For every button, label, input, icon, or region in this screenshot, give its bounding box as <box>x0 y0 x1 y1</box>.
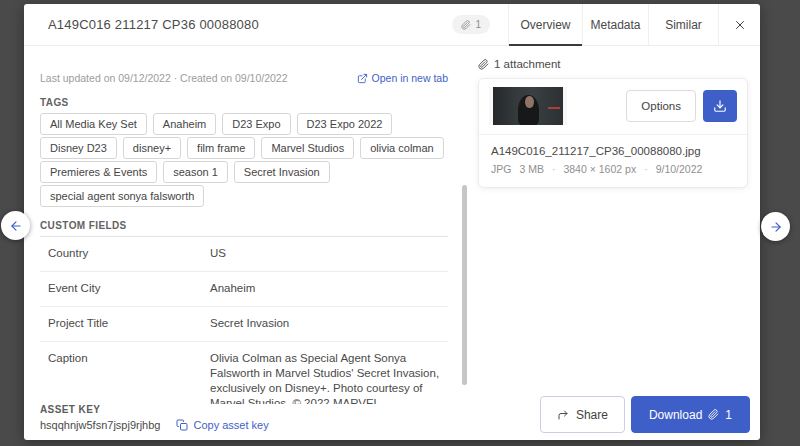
modal-body: Last updated on 09/12/2022 · Created on … <box>24 46 760 440</box>
updated-created-text: Last updated on 09/12/2022 · Created on … <box>40 72 288 84</box>
arrow-left-icon <box>9 219 23 233</box>
page-title: A149C016 211217 CP36 00088080 <box>48 17 259 32</box>
tag-pill[interactable]: disney+ <box>123 137 181 159</box>
film-frame-image <box>493 87 563 125</box>
file-dimensions-label: 3840 × 1602 px <box>563 163 636 175</box>
asset-key-heading: ASSET KEY <box>40 404 446 415</box>
open-in-new-tab-label: Open in new tab <box>372 72 448 84</box>
tag-pill[interactable]: film frame <box>187 137 255 159</box>
share-button-label: Share <box>576 408 608 422</box>
meta-separator: · <box>552 163 556 175</box>
attachment-download-button[interactable] <box>703 90 737 122</box>
tab-overview-label: Overview <box>520 18 570 32</box>
attachment-file-meta: JPG 3 MB · 3840 × 1602 px · 9/10/2022 <box>489 163 737 177</box>
copy-asset-key-label: Copy asset key <box>193 419 268 431</box>
tag-pill[interactable]: Premieres & Events <box>40 161 157 183</box>
attachment-count-label: 1 <box>475 19 481 30</box>
tag-pill[interactable]: All Media Key Set <box>40 113 147 135</box>
paperclip-icon <box>708 409 719 420</box>
left-pane: Last updated on 09/12/2022 · Created on … <box>24 46 462 440</box>
field-row-event-city: Event City Anaheim <box>40 272 448 307</box>
tab-similar-label: Similar <box>665 18 702 32</box>
custom-fields-heading: CUSTOM FIELDS <box>40 220 448 237</box>
field-value[interactable]: US <box>210 246 444 261</box>
tag-pill[interactable]: Anaheim <box>153 113 216 135</box>
tag-pill[interactable]: olivia colman <box>360 137 444 159</box>
options-button[interactable]: Options <box>626 90 696 122</box>
left-pane-scrollbar[interactable] <box>462 185 467 385</box>
tag-pill[interactable]: D23 Expo <box>222 113 290 135</box>
field-value[interactable]: Secret Invasion <box>210 316 444 331</box>
right-pane: 1 attachment Options <box>462 46 760 440</box>
paperclip-icon <box>478 59 489 70</box>
attachment-count-badge: 1 <box>452 15 490 34</box>
field-label: Caption <box>48 351 210 404</box>
attachment-thumbnail[interactable] <box>489 87 567 125</box>
card-divider <box>479 134 747 135</box>
title-wrap: A149C016 211217 CP36 00088080 <box>24 4 452 45</box>
tag-pill[interactable]: Disney D23 <box>40 137 117 159</box>
tab-similar[interactable]: Similar <box>648 4 718 45</box>
download-count-label: 1 <box>725 408 732 422</box>
tag-pill[interactable]: D23 Expo 2022 <box>297 113 393 135</box>
asset-key-value: hsqqhnjw5fsn7jspj9rjhbg <box>40 419 160 431</box>
attachment-card: Options A149C016_211217_CP36_00088080.jp… <box>478 78 748 188</box>
copy-asset-key-button[interactable]: Copy asset key <box>176 419 268 431</box>
download-icon <box>713 99 727 113</box>
previous-asset-button[interactable] <box>1 211 30 240</box>
asset-detail-modal: A149C016 211217 CP36 00088080 1 Overview… <box>24 4 760 440</box>
tag-pill[interactable]: season 1 <box>163 161 228 183</box>
attachment-filename: A149C016_211217_CP36_00088080.jpg <box>489 145 737 157</box>
close-icon <box>734 19 746 31</box>
file-size-label: 3 MB <box>519 163 544 175</box>
field-label: Project Title <box>48 316 210 331</box>
close-button[interactable] <box>718 4 760 45</box>
download-button-label: Download <box>649 408 702 422</box>
footer-actions: Share Download 1 <box>540 396 750 433</box>
tags-list: All Media Key Set Anaheim D23 Expo D23 E… <box>40 113 448 207</box>
modal-header: A149C016 211217 CP36 00088080 1 Overview… <box>24 4 760 46</box>
file-type-label: JPG <box>491 163 511 175</box>
copy-icon <box>176 419 188 431</box>
details-scroll-area: Last updated on 09/12/2022 · Created on … <box>24 46 462 404</box>
asset-key-section: ASSET KEY hsqqhnjw5fsn7jspj9rjhbg Copy a… <box>24 404 462 440</box>
field-label: Country <box>48 246 210 261</box>
tag-pill[interactable]: Secret Invasion <box>234 161 330 183</box>
external-link-icon <box>357 73 368 84</box>
tag-pill[interactable]: special agent sonya falsworth <box>40 185 204 207</box>
field-value[interactable]: Olivia Colman as Special Agent Sonya Fal… <box>210 351 444 404</box>
attachments-count-label: 1 attachment <box>494 58 560 70</box>
attachments-header: 1 attachment <box>478 58 748 70</box>
next-asset-button[interactable] <box>761 212 790 241</box>
open-in-new-tab-link[interactable]: Open in new tab <box>357 72 448 84</box>
tab-overview[interactable]: Overview <box>508 4 582 45</box>
field-row-country: Country US <box>40 237 448 272</box>
arrow-right-icon <box>769 220 783 234</box>
field-row-caption: Caption Olivia Colman as Special Agent S… <box>40 342 448 404</box>
tag-pill[interactable]: Marvel Studios <box>261 137 354 159</box>
meta-separator: · <box>644 163 648 175</box>
share-button[interactable]: Share <box>540 396 625 433</box>
field-value[interactable]: Anaheim <box>210 281 444 296</box>
tab-metadata[interactable]: Metadata <box>582 4 648 45</box>
file-date-label: 9/10/2022 <box>656 163 703 175</box>
share-icon <box>557 409 569 421</box>
paperclip-icon <box>461 20 471 30</box>
field-label: Event City <box>48 281 210 296</box>
tab-metadata-label: Metadata <box>590 18 640 32</box>
download-button[interactable]: Download 1 <box>631 396 750 433</box>
tags-heading: TAGS <box>40 97 448 108</box>
field-row-project-title: Project Title Secret Invasion <box>40 307 448 342</box>
